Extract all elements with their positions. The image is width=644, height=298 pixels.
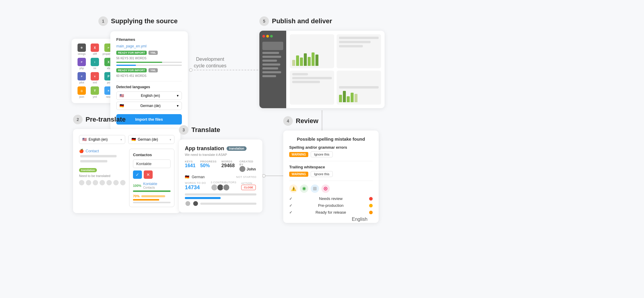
app-desc: We need to translate it ASAP — [185, 153, 256, 156]
stat-progress: PROGRESS 50% — [200, 160, 217, 172]
small-icon-6 — [113, 180, 119, 185]
stats-row-2: WORDS TO DO 14734 3 CONTRIBUTORS ACTION … — [185, 181, 256, 191]
target-lang-selector[interactable]: 🇩🇪 German (de) ▾ — [128, 135, 174, 144]
kontakte-input[interactable]: Kontakte — [133, 159, 171, 168]
error-actions-1: WARNING Ignore this — [289, 151, 373, 157]
progress-fill-1 — [116, 62, 162, 63]
bar-2 — [296, 55, 299, 66]
created-label: CREATED BY — [239, 160, 256, 166]
svg-rect-13 — [313, 187, 317, 190]
confirm-btn[interactable]: ✓ — [133, 170, 142, 179]
ph-s-1 — [80, 155, 117, 157]
chevron-down-icon-2: ▾ — [177, 104, 179, 108]
lang-select-2[interactable]: 🇩🇪 German (de) ▾ — [116, 102, 182, 110]
ignore-btn-2[interactable]: Ignore this — [311, 171, 332, 177]
file-icon-ini: I ini — [89, 58, 100, 70]
keys-value: 1641 — [185, 163, 196, 168]
ignore-btn-1[interactable]: Ignore this — [311, 151, 332, 157]
step4-title: Review — [296, 117, 318, 125]
bar-3 — [300, 58, 303, 66]
small-icon-1 — [79, 180, 84, 185]
spelling-title: Possible spelling mistake found — [289, 136, 373, 142]
stat-keys: KEYS 1641 — [185, 160, 196, 172]
apple-icon: 🍎 — [79, 149, 84, 153]
target-lang-label: German (de) — [138, 137, 158, 142]
progress-bar-1 — [116, 62, 182, 63]
contributors-label: 3 CONTRIBUTORS — [211, 181, 236, 184]
small-icon-3 — [93, 180, 98, 185]
small-icon-7 — [120, 180, 126, 185]
publish-sidebar — [259, 31, 286, 108]
words-to-do-label: WORDS TO DO — [185, 181, 206, 184]
red-dot — [262, 35, 265, 38]
chart-bottom-left — [290, 71, 334, 105]
small-icon-5 — [106, 180, 112, 185]
pretranslate-card: 🇺🇸 English (en) ▾ 🇩🇪 German (de) ▾ 🍎 Con… — [73, 129, 180, 213]
file-icon-xliff: X xliff — [89, 44, 100, 55]
svg-point-10 — [262, 174, 265, 177]
step2-circle: 2 — [73, 115, 83, 124]
svg-point-3 — [189, 69, 192, 72]
bar2-5 — [354, 94, 357, 102]
chart-top-left — [290, 34, 334, 68]
sidebar-line-7 — [262, 75, 276, 77]
german-label: German — [192, 175, 205, 179]
flag-en-2: 🇺🇸 — [82, 137, 87, 142]
created-avatar — [239, 166, 245, 172]
reject-btn[interactable]: ✕ — [144, 170, 153, 179]
status-needs-review: ✓ Needs review — [289, 196, 373, 201]
review-icons-row: ⚠️ — [289, 184, 373, 193]
ready-badge-2: READY FOR IMPORT — [116, 68, 147, 72]
flag-de-2: 🇩🇪 — [131, 137, 136, 142]
divider-1 — [116, 81, 182, 81]
contributors-avatars — [211, 184, 236, 191]
action-close-btn[interactable]: CLOSE — [241, 185, 256, 190]
stat-created: CREATED BY John — [239, 160, 256, 172]
bar2-1 — [339, 95, 342, 102]
check-icon — [300, 184, 308, 193]
step2-title: Pre-translate — [86, 116, 126, 123]
svg-point-15 — [325, 188, 326, 189]
match-bar-empty — [133, 202, 171, 203]
match-bar-70 — [133, 199, 159, 201]
placeholder-line-3 — [339, 45, 363, 47]
chart-bottom-right — [337, 71, 381, 105]
match-text-100: Kontakte — [143, 182, 157, 186]
filename-link[interactable]: main_page_en.yml — [116, 44, 182, 48]
error-actions-2: WARNING Ignore this — [289, 171, 373, 177]
type-badge-2: YML — [148, 68, 158, 72]
ph-avatar-1 — [185, 201, 191, 207]
chart-top-right — [337, 34, 381, 68]
source-lang-selector[interactable]: 🇺🇸 English (en) ▾ — [79, 135, 125, 144]
ph-avatar-2 — [193, 201, 199, 207]
action-label: ACTION — [241, 182, 256, 185]
detected-lang-label: Detected languages — [116, 85, 182, 89]
app-title-text: App translation — [185, 145, 224, 152]
dev-cycle-label: Development cycle continues — [194, 56, 226, 69]
status-label-3: Ready for release — [315, 210, 346, 215]
step5-header: 5 Publish and deliver — [259, 16, 385, 26]
match-bar-placeholder — [141, 195, 165, 197]
words-label: WORDS — [222, 160, 235, 163]
file2-badge-row: READY FOR IMPORT YML 60 KEYS 451 WORDS — [116, 68, 182, 77]
keys-text-2: 60 KEYS 451 WORDS — [116, 74, 146, 77]
check-ready: ✓ — [289, 210, 292, 215]
status-label-1: Needs review — [319, 196, 343, 201]
lang1-text: English (en) — [141, 94, 160, 98]
step1-circle: 1 — [98, 16, 108, 26]
svg-point-12 — [303, 187, 305, 190]
file-icon-yml: Y yml — [89, 86, 100, 98]
step5-circle: 5 — [259, 16, 269, 26]
bar-chart-2 — [339, 90, 379, 102]
status-ready: ✓ Ready for release — [289, 210, 373, 215]
contactos-box: Contactos Kontakte ✓ ✕ 100% Kontakte Con… — [129, 149, 174, 207]
status-list: ✓ Needs review ✓ Pre-production ✓ Ready … — [289, 196, 373, 215]
step1-header: 1 Supplying the source — [98, 16, 178, 26]
ph-line-2 — [292, 81, 320, 83]
main-container: 1 Supplying the source ⚙ strings X xliff… — [0, 0, 644, 298]
lang-select-1[interactable]: 🇺🇸 English (en) ▾ — [116, 91, 182, 100]
type-badge-1: YML — [148, 51, 158, 55]
translate-icon — [311, 184, 319, 193]
icon-row — [79, 180, 126, 185]
file-icon-php: P php — [76, 58, 87, 70]
